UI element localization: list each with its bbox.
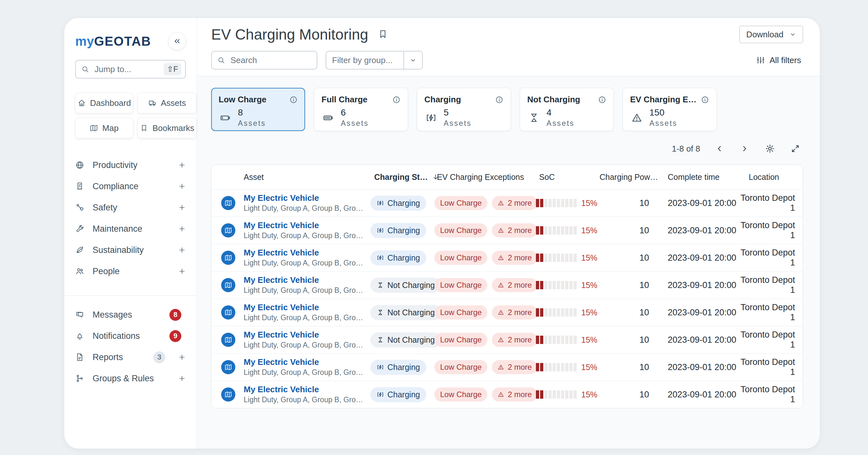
sidebar-menu-item[interactable]: Messages 8	[75, 304, 186, 325]
soc-bar	[536, 363, 577, 371]
map-icon	[224, 309, 232, 316]
table-row: My Electric Vehicle Light Duty, Group A,…	[212, 271, 803, 298]
warning-icon	[630, 112, 644, 123]
quick-link-button[interactable]: Assets	[137, 93, 196, 113]
complete-time-cell: 2023-09-01 20:00	[659, 226, 740, 235]
asset-avatar	[221, 305, 235, 319]
search-box	[211, 51, 317, 69]
asset-avatar	[221, 278, 235, 292]
summary-card[interactable]: Low Charge 8 Assets	[211, 88, 305, 131]
search-input[interactable]	[230, 55, 311, 66]
column-header-charging-status[interactable]: Charging St…	[366, 172, 429, 182]
charging-power-cell: 10	[591, 335, 659, 345]
sidebar-menu-item[interactable]: Compliance	[75, 176, 186, 197]
summary-card[interactable]: Charging 5 Assets	[417, 88, 511, 131]
chevron-down-icon	[789, 31, 796, 38]
bookmark-page-button[interactable]	[376, 28, 389, 41]
plus-icon[interactable]	[178, 353, 186, 361]
chevron-down-icon	[409, 56, 417, 64]
column-header-exceptions[interactable]: EV Charging Exceptions	[429, 172, 531, 182]
sidebar-collapse-button[interactable]	[168, 32, 186, 50]
asset-name-link[interactable]: My Electric Vehicle	[244, 221, 366, 230]
card-title: Charging	[424, 94, 492, 105]
next-page-button[interactable]	[739, 143, 750, 154]
quick-link-button[interactable]: Dashboard	[75, 93, 133, 113]
soc-bar	[536, 199, 577, 207]
plus-icon[interactable]	[178, 204, 186, 211]
asset-name-link[interactable]: My Electric Vehicle	[244, 303, 366, 312]
column-header-soc[interactable]: SoC	[531, 172, 591, 182]
sidebar-menu-item[interactable]: Maintenance	[75, 218, 186, 239]
charging-power-cell: 10	[591, 280, 659, 290]
warning-icon	[498, 227, 504, 234]
messages-icon	[75, 310, 84, 319]
table-settings-button[interactable]	[764, 143, 776, 155]
card-title: Low Charge	[219, 94, 286, 105]
bookmark-icon	[378, 29, 388, 39]
summary-card[interactable]: EV Charging Except… 150 Assets	[623, 88, 717, 131]
quick-links: Dashboard Assets Map Bookmarks	[75, 93, 186, 138]
info-icon[interactable]	[495, 95, 503, 104]
expand-table-button[interactable]	[789, 143, 801, 154]
group-filter-dropdown-button[interactable]	[403, 52, 422, 69]
column-header-charging-power[interactable]: Charging Power…	[591, 172, 659, 182]
info-icon[interactable]	[701, 95, 709, 104]
sidebar-menu-item[interactable]: Groups & Rules	[75, 368, 186, 389]
asset-groups: Light Duty, Group A, Group B, Group C,…	[244, 259, 366, 267]
plus-icon[interactable]	[178, 225, 186, 233]
menu-item-label: Safety	[93, 203, 170, 213]
asset-name-link[interactable]: My Electric Vehicle	[244, 276, 366, 285]
table-row: My Electric Vehicle Light Duty, Group A,…	[212, 326, 803, 353]
asset-name-link[interactable]: My Electric Vehicle	[244, 385, 366, 395]
map-icon	[224, 363, 232, 371]
group-filter-input[interactable]	[326, 52, 403, 69]
menu-item-label: Sustainability	[93, 245, 170, 255]
plus-icon[interactable]	[178, 161, 186, 169]
asset-name-link[interactable]: My Electric Vehicle	[244, 330, 366, 340]
plus-icon[interactable]	[178, 267, 186, 275]
sidebar-menu-item[interactable]: Safety	[75, 197, 186, 218]
charging-icon	[377, 391, 384, 398]
complete-time-cell: 2023-09-01 20:00	[659, 253, 740, 263]
summary-card[interactable]: Full Charge 6 Assets	[314, 88, 408, 131]
summary-card[interactable]: Not Charging 4 Assets	[520, 88, 614, 131]
menu-item-label: Notifications	[93, 331, 161, 341]
charging-power-cell: 10	[591, 362, 659, 372]
exception-chip: Low Charge	[434, 333, 487, 347]
info-icon[interactable]	[392, 95, 401, 104]
info-icon[interactable]	[289, 95, 298, 104]
quick-link-button[interactable]: Map	[75, 118, 133, 138]
sidebar-menu-item[interactable]: Notifications 9	[75, 325, 186, 346]
sidebar-menu-item[interactable]: People	[75, 261, 186, 282]
previous-page-button[interactable]	[714, 143, 725, 154]
plus-icon[interactable]	[178, 182, 186, 190]
mygeotab-logo[interactable]: myGEOTAB	[75, 34, 151, 49]
asset-name-link[interactable]: My Electric Vehicle	[244, 248, 366, 258]
table-controls: 1-8 of 8	[211, 143, 803, 155]
sidebar-menu-item[interactable]: Productivity	[75, 154, 186, 176]
all-filters-button[interactable]: All filters	[754, 55, 803, 66]
charging-icon	[377, 227, 384, 234]
column-header-asset[interactable]: Asset	[212, 172, 366, 182]
asset-avatar	[221, 388, 235, 402]
charging-status-chip: Charging	[370, 196, 426, 211]
plus-icon[interactable]	[178, 374, 186, 382]
column-header-location[interactable]: Location	[740, 172, 803, 182]
jump-to-input[interactable]	[94, 64, 159, 75]
sidebar-menu-item[interactable]: Sustainability	[75, 239, 186, 261]
charging-status-chip: Charging	[370, 387, 426, 402]
quick-link-label: Map	[102, 123, 119, 133]
chevron-right-icon	[740, 144, 749, 153]
column-header-complete-time[interactable]: Complete time	[659, 172, 740, 182]
sidebar-menu-item[interactable]: Reports 3	[75, 346, 186, 368]
quick-link-label: Dashboard	[90, 98, 131, 108]
charging-status-label: Charging	[388, 199, 420, 208]
quick-link-button[interactable]: Bookmarks	[137, 118, 196, 138]
exception-chip: Low Charge	[434, 305, 487, 319]
info-icon[interactable]	[598, 95, 606, 104]
asset-groups: Light Duty, Group A, Group B, Group C,…	[244, 204, 366, 213]
plus-icon[interactable]	[178, 246, 186, 254]
download-button[interactable]: Download	[739, 26, 803, 43]
asset-name-link[interactable]: My Electric Vehicle	[244, 358, 366, 367]
asset-name-link[interactable]: My Electric Vehicle	[244, 193, 366, 203]
